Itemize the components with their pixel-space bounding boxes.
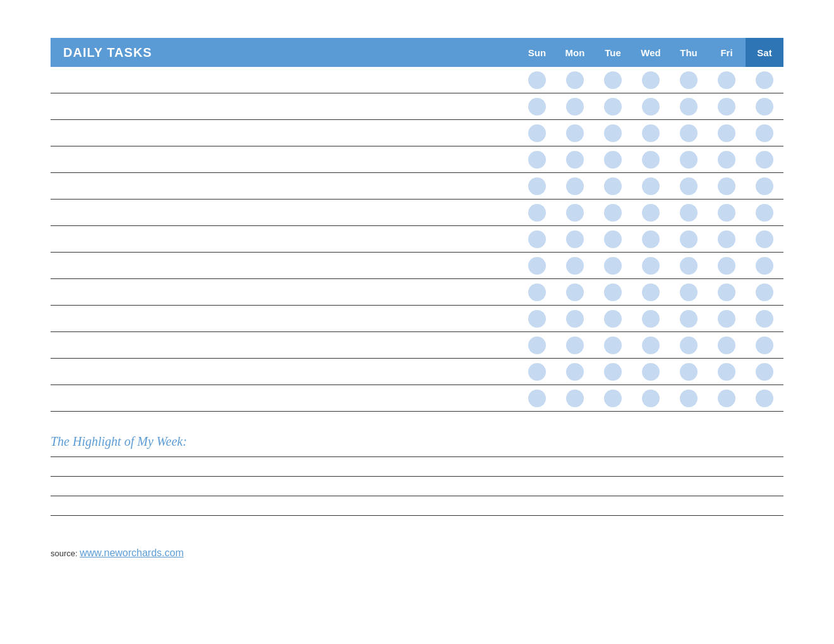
circle-tue[interactable] bbox=[594, 283, 632, 301]
checkbox-circle[interactable] bbox=[528, 151, 546, 169]
checkbox-circle[interactable] bbox=[718, 310, 735, 328]
checkbox-circle[interactable] bbox=[718, 390, 735, 407]
circle-fri[interactable] bbox=[708, 98, 746, 116]
checkbox-circle[interactable] bbox=[680, 257, 698, 275]
checkbox-circle[interactable] bbox=[680, 204, 698, 222]
checkbox-circle[interactable] bbox=[756, 283, 773, 301]
circle-wed[interactable] bbox=[632, 337, 670, 354]
circle-mon[interactable] bbox=[556, 98, 594, 116]
circle-sat[interactable] bbox=[746, 363, 783, 381]
checkbox-circle[interactable] bbox=[528, 98, 546, 116]
checkbox-circle[interactable] bbox=[718, 177, 735, 195]
checkbox-circle[interactable] bbox=[718, 98, 735, 116]
checkbox-circle[interactable] bbox=[718, 363, 735, 381]
source-link[interactable]: www.neworchards.com bbox=[80, 547, 184, 558]
circle-thu[interactable] bbox=[670, 177, 708, 195]
checkbox-circle[interactable] bbox=[642, 230, 660, 248]
circle-mon[interactable] bbox=[556, 257, 594, 275]
circle-mon[interactable] bbox=[556, 283, 594, 301]
circle-mon[interactable] bbox=[556, 310, 594, 328]
checkbox-circle[interactable] bbox=[642, 337, 660, 354]
checkbox-circle[interactable] bbox=[756, 177, 773, 195]
checkbox-circle[interactable] bbox=[528, 283, 546, 301]
checkbox-circle[interactable] bbox=[604, 151, 622, 169]
circle-sat[interactable] bbox=[746, 151, 783, 169]
circle-sun[interactable] bbox=[518, 177, 556, 195]
circle-sun[interactable] bbox=[518, 71, 556, 89]
checkbox-circle[interactable] bbox=[680, 337, 698, 354]
circle-mon[interactable] bbox=[556, 177, 594, 195]
checkbox-circle[interactable] bbox=[642, 363, 660, 381]
checkbox-circle[interactable] bbox=[756, 310, 773, 328]
circle-tue[interactable] bbox=[594, 310, 632, 328]
checkbox-circle[interactable] bbox=[566, 363, 584, 381]
circle-fri[interactable] bbox=[708, 390, 746, 407]
checkbox-circle[interactable] bbox=[566, 98, 584, 116]
checkbox-circle[interactable] bbox=[604, 283, 622, 301]
checkbox-circle[interactable] bbox=[642, 177, 660, 195]
circle-sun[interactable] bbox=[518, 363, 556, 381]
circle-tue[interactable] bbox=[594, 124, 632, 142]
checkbox-circle[interactable] bbox=[680, 230, 698, 248]
circle-thu[interactable] bbox=[670, 337, 708, 354]
circle-sat[interactable] bbox=[746, 230, 783, 248]
circle-wed[interactable] bbox=[632, 71, 670, 89]
checkbox-circle[interactable] bbox=[604, 390, 622, 407]
circle-wed[interactable] bbox=[632, 310, 670, 328]
circle-mon[interactable] bbox=[556, 363, 594, 381]
circle-fri[interactable] bbox=[708, 124, 746, 142]
checkbox-circle[interactable] bbox=[718, 283, 735, 301]
checkbox-circle[interactable] bbox=[642, 71, 660, 89]
checkbox-circle[interactable] bbox=[528, 310, 546, 328]
circle-tue[interactable] bbox=[594, 257, 632, 275]
circle-tue[interactable] bbox=[594, 204, 632, 222]
circle-wed[interactable] bbox=[632, 283, 670, 301]
circle-sat[interactable] bbox=[746, 257, 783, 275]
checkbox-circle[interactable] bbox=[680, 98, 698, 116]
circle-tue[interactable] bbox=[594, 363, 632, 381]
checkbox-circle[interactable] bbox=[566, 283, 584, 301]
checkbox-circle[interactable] bbox=[642, 124, 660, 142]
checkbox-circle[interactable] bbox=[604, 257, 622, 275]
checkbox-circle[interactable] bbox=[566, 257, 584, 275]
checkbox-circle[interactable] bbox=[604, 310, 622, 328]
checkbox-circle[interactable] bbox=[718, 151, 735, 169]
circle-fri[interactable] bbox=[708, 230, 746, 248]
circle-thu[interactable] bbox=[670, 124, 708, 142]
circle-fri[interactable] bbox=[708, 204, 746, 222]
checkbox-circle[interactable] bbox=[528, 230, 546, 248]
circle-sat[interactable] bbox=[746, 98, 783, 116]
checkbox-circle[interactable] bbox=[528, 363, 546, 381]
checkbox-circle[interactable] bbox=[756, 98, 773, 116]
checkbox-circle[interactable] bbox=[718, 71, 735, 89]
checkbox-circle[interactable] bbox=[680, 283, 698, 301]
circle-sun[interactable] bbox=[518, 98, 556, 116]
checkbox-circle[interactable] bbox=[718, 204, 735, 222]
checkbox-circle[interactable] bbox=[680, 310, 698, 328]
circle-thu[interactable] bbox=[670, 363, 708, 381]
circle-wed[interactable] bbox=[632, 363, 670, 381]
circle-fri[interactable] bbox=[708, 310, 746, 328]
checkbox-circle[interactable] bbox=[604, 363, 622, 381]
checkbox-circle[interactable] bbox=[718, 257, 735, 275]
checkbox-circle[interactable] bbox=[528, 257, 546, 275]
checkbox-circle[interactable] bbox=[528, 390, 546, 407]
circle-tue[interactable] bbox=[594, 337, 632, 354]
circle-sat[interactable] bbox=[746, 124, 783, 142]
circle-thu[interactable] bbox=[670, 230, 708, 248]
circle-tue[interactable] bbox=[594, 230, 632, 248]
checkbox-circle[interactable] bbox=[756, 363, 773, 381]
circle-sat[interactable] bbox=[746, 204, 783, 222]
circle-fri[interactable] bbox=[708, 177, 746, 195]
circle-tue[interactable] bbox=[594, 98, 632, 116]
checkbox-circle[interactable] bbox=[604, 230, 622, 248]
circle-sat[interactable] bbox=[746, 390, 783, 407]
circle-thu[interactable] bbox=[670, 151, 708, 169]
checkbox-circle[interactable] bbox=[604, 204, 622, 222]
checkbox-circle[interactable] bbox=[566, 310, 584, 328]
circle-sun[interactable] bbox=[518, 390, 556, 407]
circle-fri[interactable] bbox=[708, 283, 746, 301]
checkbox-circle[interactable] bbox=[680, 390, 698, 407]
checkbox-circle[interactable] bbox=[604, 98, 622, 116]
circle-thu[interactable] bbox=[670, 283, 708, 301]
